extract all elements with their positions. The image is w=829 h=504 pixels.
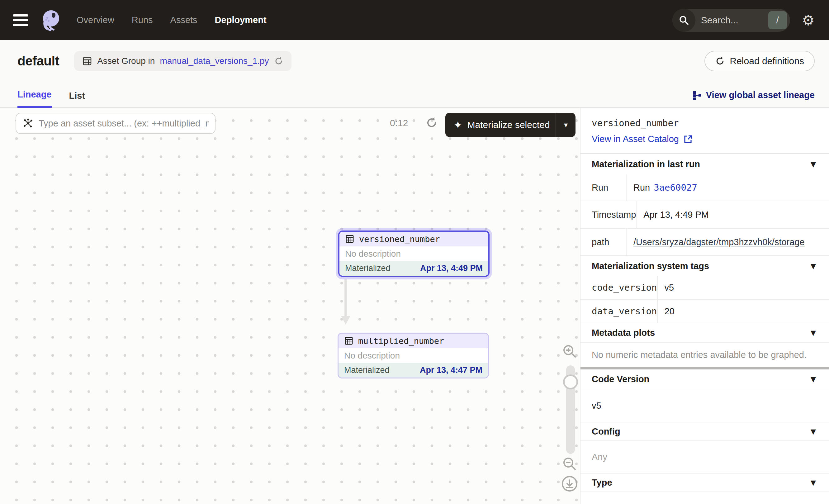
section-metadata-plots[interactable]: Metadata plots ▼ [580, 323, 829, 342]
section-code-version[interactable]: Code Version ▼ [580, 369, 829, 389]
asset-node-timestamp[interactable]: Apr 13, 4:49 PM [420, 263, 483, 273]
menu-icon[interactable] [13, 14, 28, 26]
page-header: default Asset Group in manual_data_versi… [0, 40, 829, 108]
table-icon [345, 234, 354, 244]
materialize-selected-button[interactable]: ✦ Materialize selected ▾ [445, 113, 576, 137]
nav-item-deployment[interactable]: Deployment [215, 15, 266, 25]
table-row: Timestamp Apr 13, 4:49 PM [580, 201, 829, 228]
chevron-down-icon: ▼ [810, 329, 816, 337]
table-row: path /Users/sryza/dagster/tmp3hzzvh0k/st… [580, 228, 829, 255]
asset-group-file-link[interactable]: manual_data_versions_1.py [160, 56, 269, 66]
sparkle-icon: ✦ [454, 120, 463, 130]
table-row: code_version v5 [580, 276, 829, 299]
section-materialization-system-tags[interactable]: Materialization system tags ▼ [580, 255, 829, 276]
nav-item-overview[interactable]: Overview [77, 15, 114, 25]
tag-key: data_version [580, 300, 658, 323]
asset-node-description: No description [339, 246, 488, 261]
section-label: Config [592, 426, 620, 437]
asset-detail-title: versioned_number [592, 118, 829, 128]
asset-node-multiplied-number[interactable]: multiplied_number No description Materia… [337, 333, 489, 379]
section-label: Materialization in last run [592, 159, 700, 170]
table-icon [344, 336, 354, 346]
global-search[interactable]: Search... / [672, 9, 790, 32]
table-icon [82, 56, 92, 66]
nav-menu: Overview Runs Assets Deployment [77, 15, 266, 25]
view-in-asset-catalog-link[interactable]: View in Asset Catalog [592, 134, 829, 144]
chevron-down-icon: ▼ [810, 262, 816, 270]
run-id-link[interactable]: 3ae60027 [654, 182, 697, 193]
code-version-value: v5 [580, 389, 829, 422]
tab-list[interactable]: List [69, 91, 85, 107]
reload-definitions-label: Reload definitions [730, 56, 804, 66]
nav-item-runs[interactable]: Runs [132, 15, 153, 25]
section-materialization-in-last-run[interactable]: Materialization in last run ▼ [580, 153, 829, 174]
main-content: 0:12 ✦ Materialize selected ▾ versioned_… [0, 108, 829, 504]
gear-icon[interactable]: ⚙ [802, 13, 815, 27]
panel-divider[interactable] [580, 367, 829, 369]
asset-node-name: versioned_number [359, 234, 440, 244]
refresh-icon[interactable] [274, 57, 283, 66]
config-value: Any [580, 440, 829, 473]
nav-item-assets[interactable]: Assets [170, 15, 197, 25]
tag-key: code_version [580, 276, 658, 299]
lineage-graph-icon [692, 91, 701, 100]
table-row: data_version 20 [580, 299, 829, 323]
search-placeholder: Search... [701, 15, 768, 26]
materialize-selected-label: Materialize selected [467, 120, 550, 130]
section-type[interactable]: Type ▼ [580, 473, 829, 492]
section-label: Metadata plots [592, 328, 655, 338]
lineage-edge-arrowhead [341, 316, 350, 325]
asset-detail-panel: versioned_number View in Asset Catalog M… [580, 108, 829, 504]
search-icon [672, 9, 695, 32]
asset-subset-filter[interactable] [15, 113, 216, 134]
asset-group-tag: Asset Group in manual_data_versions_1.py [74, 51, 291, 71]
asset-node-versioned-number[interactable]: versioned_number No description Material… [338, 230, 490, 277]
top-nav: Overview Runs Assets Deployment Search..… [0, 0, 829, 40]
asset-group-label: Asset Group in [97, 56, 155, 66]
tab-lineage[interactable]: Lineage [17, 89, 52, 108]
run-value-prefix: Run [634, 183, 650, 193]
chevron-down-icon: ▼ [810, 428, 816, 435]
path-link[interactable]: /Users/sryza/dagster/tmp3hzzvh0k/storage [634, 237, 805, 247]
asset-node-timestamp[interactable]: Apr 13, 4:47 PM [420, 365, 482, 375]
zoom-in-button[interactable] [562, 344, 577, 359]
view-in-asset-catalog-label: View in Asset Catalog [592, 134, 679, 144]
section-label: Code Version [592, 374, 649, 384]
timestamp-value: Apr 13, 4:49 PM [637, 201, 829, 228]
asset-node-status: Materialized [345, 263, 391, 273]
chevron-down-icon: ▼ [810, 375, 816, 383]
refresh-icon[interactable] [425, 116, 438, 129]
timestamp-row-label: Timestamp [580, 201, 637, 228]
reload-definitions-button[interactable]: Reload definitions [705, 51, 815, 71]
zoom-slider-handle[interactable] [563, 374, 578, 389]
materialize-options-caret[interactable]: ▾ [555, 113, 576, 137]
download-graph-button[interactable] [561, 475, 578, 492]
table-row: Run Run 3ae60027 [580, 174, 829, 201]
asset-node-description: No description [338, 348, 488, 363]
section-label: Materialization system tags [592, 261, 709, 271]
asset-graph-icon [23, 118, 34, 129]
page-title: default [17, 53, 59, 69]
asset-node-status: Materialized [344, 365, 390, 375]
tag-value: 20 [658, 300, 829, 323]
view-global-asset-lineage-link[interactable]: View global asset lineage [692, 90, 815, 107]
chevron-down-icon: ▼ [810, 479, 816, 487]
chevron-down-icon: ▼ [810, 160, 816, 168]
tag-value: v5 [658, 276, 829, 299]
metadata-plots-empty-message: No numeric metadata entries available to… [580, 342, 829, 367]
section-config[interactable]: Config ▼ [580, 422, 829, 440]
type-section-body [580, 492, 829, 504]
external-link-icon [683, 135, 693, 144]
asset-subset-input[interactable] [39, 118, 209, 129]
view-global-asset-lineage-label: View global asset lineage [706, 90, 815, 100]
lineage-graph-canvas[interactable]: 0:12 ✦ Materialize selected ▾ versioned_… [0, 108, 580, 504]
asset-node-name: multiplied_number [358, 336, 444, 346]
section-label: Type [592, 477, 612, 488]
zoom-out-button[interactable] [562, 456, 577, 472]
search-shortcut-badge: / [768, 11, 787, 29]
lineage-edge [345, 279, 347, 317]
run-row-label: Run [580, 174, 626, 201]
path-row-label: path [580, 229, 626, 255]
dagster-logo[interactable] [39, 9, 62, 32]
tab-bar: Lineage List View global asset lineage [0, 76, 829, 108]
